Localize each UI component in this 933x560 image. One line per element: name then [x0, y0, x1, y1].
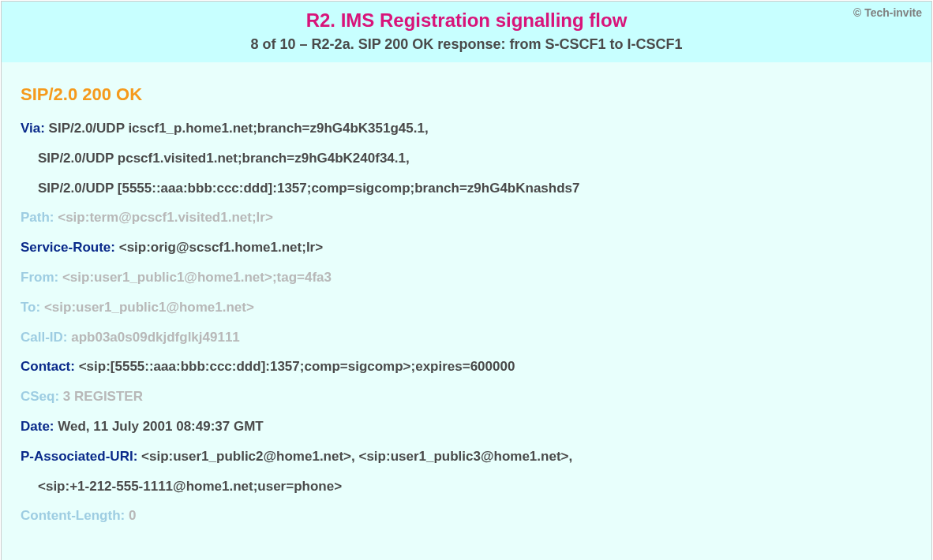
header-value: SIP/2.0/UDP pcscf1.visited1.net;branch=z…: [38, 151, 410, 166]
header-value: 0: [129, 508, 136, 523]
header-value: <sip:user1_public1@home1.net>: [44, 300, 254, 315]
sip-header-service-route: Service-Route: <sip:orig@scscf1.home1.ne…: [21, 238, 912, 257]
header-value: 3 REGISTER: [63, 389, 143, 404]
sip-header-to: To: <sip:user1_public1@home1.net>: [21, 298, 912, 317]
sip-header-via: Via: SIP/2.0/UDP icscf1_p.home1.net;bran…: [21, 119, 912, 138]
header-name: Call-ID: [21, 330, 63, 345]
document-title: R2. IMS Registration signalling flow: [17, 9, 916, 32]
copyright-label: © Tech-invite: [853, 6, 922, 19]
sip-header-content-length: Content-Length: 0: [21, 506, 912, 525]
sip-header-call-id: Call-ID: apb03a0s09dkjdfglkj49111: [21, 328, 912, 347]
header-name: Contact: [21, 359, 70, 374]
header-name: Path: [21, 210, 50, 225]
document-subtitle: 8 of 10 – R2-2a. SIP 200 OK response: fr…: [17, 36, 916, 53]
header-value: <sip:orig@scscf1.home1.net;lr>: [119, 240, 323, 255]
sip-header-path: Path: <sip:term@pcscf1.visited1.net;lr>: [21, 208, 912, 227]
header-name: Date: [21, 419, 50, 434]
document-container: © Tech-invite R2. IMS Registration signa…: [1, 1, 932, 560]
header-name: Via: [21, 121, 40, 136]
header-value: <sip:user1_public2@home1.net>, <sip:user…: [141, 449, 572, 464]
header-value: SIP/2.0/UDP icscf1_p.home1.net;branch=z9…: [49, 121, 429, 136]
header-name: P-Associated-URI: [21, 449, 133, 464]
document-header: © Tech-invite R2. IMS Registration signa…: [2, 2, 931, 62]
sip-header-p-associated-uri: P-Associated-URI: <sip:user1_public2@hom…: [21, 447, 912, 466]
sip-header-cseq: CSeq: 3 REGISTER: [21, 387, 912, 406]
sip-status-line: SIP/2.0 200 OK: [21, 84, 912, 105]
header-name: Content-Length: [21, 508, 121, 523]
header-name: To: [21, 300, 36, 315]
header-value: Wed, 11 July 2001 08:49:37 GMT: [58, 419, 263, 434]
sip-message-body: SIP/2.0 200 OK Via: SIP/2.0/UDP icscf1_p…: [2, 62, 931, 560]
sip-header-from: From: <sip:user1_public1@home1.net>;tag=…: [21, 268, 912, 287]
header-value: <sip:term@pcscf1.visited1.net;lr>: [58, 210, 273, 225]
header-value: <sip:+1-212-555-1111@home1.net;user=phon…: [38, 479, 342, 494]
sip-header-via-cont: SIP/2.0/UDP [5555::aaa:bbb:ccc:ddd]:1357…: [21, 179, 912, 198]
sip-header-via-cont: SIP/2.0/UDP pcscf1.visited1.net;branch=z…: [21, 149, 912, 168]
header-name: From: [21, 270, 54, 285]
sip-header-date: Date: Wed, 11 July 2001 08:49:37 GMT: [21, 417, 912, 436]
header-value: <sip:user1_public1@home1.net>;tag=4fa3: [62, 270, 332, 285]
sip-header-contact: Contact: <sip:[5555::aaa:bbb:ccc:ddd]:13…: [21, 357, 912, 376]
header-name: Service-Route: [21, 240, 111, 255]
header-value: SIP/2.0/UDP [5555::aaa:bbb:ccc:ddd]:1357…: [38, 181, 580, 196]
sip-header-p-associated-uri-cont: <sip:+1-212-555-1111@home1.net;user=phon…: [21, 477, 912, 496]
header-value: apb03a0s09dkjdfglkj49111: [71, 330, 240, 345]
header-value: <sip:[5555::aaa:bbb:ccc:ddd]:1357;comp=s…: [79, 359, 515, 374]
header-name: CSeq: [21, 389, 54, 404]
